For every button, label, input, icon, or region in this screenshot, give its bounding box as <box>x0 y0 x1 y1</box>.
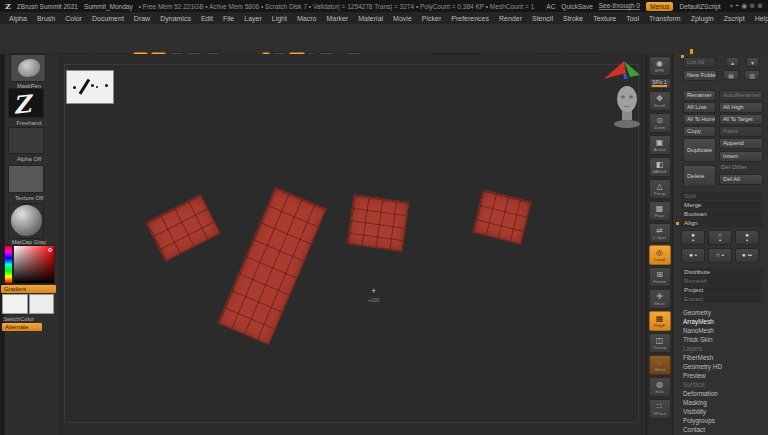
alternate-button[interactable]: Alternate <box>2 323 42 331</box>
shelf-button[interactable]: ⊙ Zoom <box>649 113 671 133</box>
menu-item[interactable]: Zscript <box>719 14 750 23</box>
titlebar-icon[interactable]: ◉ <box>741 2 747 9</box>
texture-thumbnail[interactable] <box>8 165 44 193</box>
delete-button[interactable]: Delete <box>683 165 716 187</box>
subpalette-item[interactable]: FiberMesh <box>681 353 765 362</box>
subpalette-item[interactable]: NanoMesh <box>681 326 765 335</box>
subpalette-item[interactable]: Surface <box>681 380 765 389</box>
menu-item[interactable]: Texture <box>588 14 621 23</box>
menu-item[interactable]: Zplugin <box>686 14 719 23</box>
shelf-button[interactable]: ◫ Transp <box>649 333 671 353</box>
subtool-menu-item[interactable]: Merge <box>681 201 763 209</box>
shelf-button[interactable]: ▦ PolyF <box>649 311 671 331</box>
document-canvas[interactable]: + +100 <box>58 54 646 435</box>
shelf-button[interactable]: ✛ Move <box>649 289 671 309</box>
subpalette-item[interactable]: Thick Skin <box>681 335 765 344</box>
align-option-button[interactable]: ○ • <box>708 230 732 245</box>
folder-collapse-icon[interactable]: ▤ <box>723 70 739 80</box>
folder-expand-icon[interactable]: ▥ <box>744 70 760 80</box>
titlebar-icon[interactable]: ◓ <box>735 2 739 9</box>
ac-toggle[interactable]: AC <box>546 3 555 10</box>
shelf-button[interactable]: ▦ Floor <box>649 201 671 221</box>
align-option-button[interactable]: ● • <box>735 230 759 245</box>
hue-strip[interactable] <box>4 245 13 284</box>
menu-item[interactable]: Stroke <box>558 14 588 23</box>
shelf-button[interactable]: ✥ Scroll <box>649 91 671 111</box>
menu-item[interactable]: Help <box>750 14 768 23</box>
menus-button[interactable]: Menus <box>646 2 674 11</box>
secondary-color-swatch[interactable] <box>29 294 54 314</box>
copy-button[interactable]: Copy <box>683 126 716 137</box>
menu-item[interactable]: Light <box>267 14 292 23</box>
insert-button[interactable]: Insert <box>719 151 763 162</box>
main-color-swatch[interactable] <box>2 294 28 314</box>
subtool-menu-item[interactable]: Project <box>681 286 763 294</box>
renamer-button[interactable]: Renamer <box>683 90 716 101</box>
shelf-button[interactable]: ◌ Ghost <box>649 355 671 375</box>
menu-item[interactable]: Render <box>494 14 527 23</box>
mesh-plane[interactable] <box>347 194 409 251</box>
menu-item[interactable]: Movie <box>388 14 417 23</box>
menu-item[interactable]: Preferences <box>446 14 494 23</box>
menu-item[interactable]: Transform <box>644 14 686 23</box>
align-option-button[interactable]: ● • <box>681 248 705 263</box>
subpalette-item[interactable]: Deformation <box>681 389 765 398</box>
material-thumbnail[interactable] <box>8 203 44 239</box>
shelf-button[interactable]: ◎ Local <box>649 245 671 265</box>
menu-item[interactable]: Stencil <box>527 14 558 23</box>
menu-item[interactable]: Marker <box>321 14 353 23</box>
duplicate-button[interactable]: Duplicate <box>683 138 716 162</box>
see-through-slider[interactable]: See-through 0 <box>599 2 640 10</box>
subtool-menu-item[interactable]: Split <box>681 192 763 200</box>
shelf-button[interactable]: ▣ Actual <box>649 135 671 155</box>
subpalette-item[interactable]: Geometry HD <box>681 362 765 371</box>
menu-item[interactable]: File <box>218 14 239 23</box>
align-option-button[interactable]: ○ • <box>708 248 732 263</box>
menu-item[interactable]: Edit <box>196 14 218 23</box>
shelf-button[interactable]: ⇌ L.Sym <box>649 223 671 243</box>
menu-item[interactable]: Material <box>353 14 388 23</box>
shelf-button[interactable]: SPix 1 <box>649 78 671 89</box>
titlebar-icon[interactable]: ⊛ <box>749 2 755 9</box>
menu-item[interactable]: Layer <box>239 14 267 23</box>
shelf-button[interactable]: ◧ AAHalf <box>649 157 671 177</box>
new-folder-button[interactable]: New Folder <box>683 70 717 81</box>
menu-item[interactable]: Macro <box>292 14 321 23</box>
menu-item[interactable]: Draw <box>129 14 155 23</box>
auto-renamer-button[interactable]: AutoRenamer <box>719 90 763 101</box>
all-to-home-button[interactable]: All To Home <box>683 114 716 125</box>
menu-item[interactable]: Document <box>87 14 129 23</box>
shelf-button[interactable]: △ Persp <box>649 179 671 199</box>
del-all-button[interactable]: Del All <box>719 174 763 185</box>
subpalette-item[interactable]: Visibility <box>681 407 765 416</box>
all-low-button[interactable]: All Low <box>683 102 716 113</box>
gradient-button[interactable]: Gradient <box>1 285 56 293</box>
subpalette-item[interactable]: Preview <box>681 371 765 380</box>
saturation-value-picker[interactable] <box>13 245 55 284</box>
subtool-down-button[interactable]: ▾ <box>746 57 759 67</box>
menu-item[interactable]: Alpha <box>4 14 32 23</box>
subpalette-item[interactable]: Polygroups <box>681 416 765 425</box>
subpalette-item[interactable]: Contact <box>681 425 765 434</box>
subpalette-item[interactable]: Layers <box>681 344 765 353</box>
subpalette-item[interactable]: Masking <box>681 398 765 407</box>
paste-button[interactable]: Paste <box>719 126 763 137</box>
shelf-button[interactable]: ⊞ Frame <box>649 267 671 287</box>
subpalette-item[interactable]: Geometry <box>681 308 765 317</box>
axis-orientation-icon[interactable] <box>604 59 642 81</box>
subtool-menu-item[interactable]: Align <box>681 219 763 227</box>
camview-head-widget[interactable] <box>610 84 644 128</box>
align-option-button[interactable]: ● • <box>681 230 705 245</box>
shelf-button[interactable]: ◉ BPR <box>649 56 671 76</box>
menu-item[interactable]: Brush <box>32 14 60 23</box>
subtool-menu-item[interactable]: Remesh <box>681 277 763 285</box>
menu-item[interactable]: Dynamics <box>155 14 196 23</box>
del-other-button[interactable]: Del Other <box>721 164 747 170</box>
append-button[interactable]: Append <box>719 138 763 149</box>
menu-item[interactable]: Tool <box>621 14 644 23</box>
all-high-button[interactable]: All High <box>719 102 763 113</box>
subtool-menu-item[interactable]: Distribute <box>681 268 763 276</box>
subtool-menu-item[interactable]: Extract <box>681 295 763 303</box>
shelf-button[interactable]: ∷ XPose <box>649 399 671 419</box>
switch-color-label[interactable]: SwitchColor <box>0 316 58 322</box>
